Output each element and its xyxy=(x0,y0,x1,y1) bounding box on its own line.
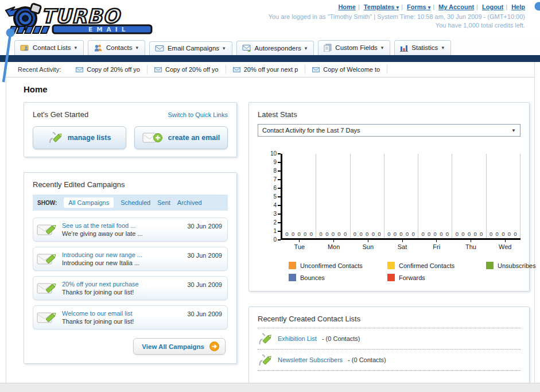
nav-separator: | xyxy=(401,3,403,10)
campaign-row[interactable]: 20% off your next purchaseThanks for joi… xyxy=(33,276,228,300)
legend-item: Confirmed Contacts xyxy=(387,262,486,269)
tab-email-campaigns[interactable]: Email Campaigns▾ xyxy=(149,41,232,55)
chart-value-label: 0 xyxy=(399,231,402,237)
button-label: create an email xyxy=(168,134,220,142)
chart-value-label: 0 xyxy=(297,231,300,237)
x-tick-label: Mon xyxy=(317,240,351,250)
chart-value-label: 0 xyxy=(473,231,476,237)
selected-option-label: Contact Activity for the Last 7 Days xyxy=(262,127,360,134)
campaign-subtitle: Thanks for joining our list! xyxy=(62,317,182,325)
recent-activity-item[interactable]: Copy of 20% off yo xyxy=(69,65,147,74)
chart-value-label: 0 xyxy=(496,231,499,237)
manage-lists-button[interactable]: manage lists xyxy=(33,126,126,149)
nav-help-link[interactable]: Help xyxy=(511,3,525,10)
tab-statistics[interactable]: Statistics▾ xyxy=(394,40,451,55)
chart-value-label: 0 xyxy=(372,231,375,237)
tab-custom-fields[interactable]: Custom Fields▾ xyxy=(318,40,390,55)
view-all-campaigns-button[interactable]: View All Campaigns ➔ xyxy=(133,338,226,355)
y-tick-label: 10 xyxy=(270,150,281,157)
envelope-icon xyxy=(233,67,240,72)
chart-value-label: 0 xyxy=(304,231,306,237)
nav-home-link[interactable]: Home xyxy=(338,3,356,10)
tab-contact-lists[interactable]: Contact Lists▾ xyxy=(14,40,84,55)
y-tick-label: 4 xyxy=(273,202,281,208)
chart-value-label: 0 xyxy=(446,231,449,237)
chart-value-label: 0 xyxy=(353,231,356,237)
contact-list-item[interactable]: Exhibition List - (0 Contacts) xyxy=(258,328,520,350)
chart-day-group: 00000 xyxy=(316,154,350,238)
chevron-down-icon: ▾ xyxy=(223,45,226,51)
create-email-button[interactable]: create an email xyxy=(134,126,228,149)
stats-period-select[interactable]: Contact Activity for the Last 7 Days ▼ xyxy=(258,124,520,137)
campaign-subtitle: We're giving away our late ... xyxy=(62,230,182,238)
recent-activity-item[interactable]: 20% off your next p xyxy=(226,65,306,74)
campaign-title-link[interactable]: Welcome to our email list xyxy=(62,309,182,317)
switch-quick-links-link[interactable]: Switch to Quick Links xyxy=(168,111,228,118)
x-tick-label: Sun xyxy=(351,240,385,250)
chart-day-group: 00000 xyxy=(487,154,520,238)
chart-value-label: 0 xyxy=(325,231,328,237)
legend-item: Bounces xyxy=(289,274,387,281)
contact-list-link[interactable]: Exhibition List xyxy=(278,335,317,342)
campaign-envelope-pencil-icon xyxy=(37,309,57,325)
filter-all-campaigns[interactable]: All Campaigns xyxy=(64,197,114,208)
chart-value-label: 0 xyxy=(490,231,492,237)
campaign-date: 30 Jun 2009 xyxy=(187,280,222,288)
contacts-icon xyxy=(94,44,103,52)
campaign-row[interactable]: Welcome to our email listThanks for join… xyxy=(33,305,228,329)
chart-value-label: 0 xyxy=(387,231,390,237)
latest-stats-title: Latest Stats xyxy=(258,110,520,119)
filter-scheduled[interactable]: Scheduled xyxy=(121,199,150,206)
chevron-down-icon: ▾ xyxy=(135,45,138,51)
campaign-date: 30 Jun 2009 xyxy=(187,309,222,317)
chevron-down-icon: ▾ xyxy=(441,45,444,51)
chart-day-group: 00000 xyxy=(452,154,486,238)
chart-value-label: 0 xyxy=(394,231,397,237)
nav-separator: | xyxy=(358,3,360,10)
chart-value-label: 0 xyxy=(421,231,424,237)
tab-label: Contacts xyxy=(106,44,132,51)
campaign-row[interactable]: Introducing our new range ...Introducing… xyxy=(33,247,228,271)
chart-value-label: 0 xyxy=(502,231,504,237)
y-tick-label: 7 xyxy=(273,176,281,183)
envelope-icon xyxy=(154,67,162,72)
logo-title-text: TURBO xyxy=(41,5,121,28)
campaign-title-link[interactable]: Introducing our new range ... xyxy=(62,251,182,259)
chart-y-axis: 012345678910 xyxy=(266,154,281,240)
nav-separator: | xyxy=(506,3,507,10)
custom-fields-icon xyxy=(324,44,332,52)
chart-value-label: 0 xyxy=(310,231,313,237)
legend-swatch xyxy=(387,262,395,269)
main-navigation: Contact Lists▾ Contacts▾ Email Campaigns… xyxy=(0,38,540,55)
nav-templates-link[interactable]: Templates ▾ xyxy=(364,3,399,10)
filter-archived[interactable]: Archived xyxy=(177,199,202,206)
chart-value-label: 0 xyxy=(508,231,511,237)
filter-sent[interactable]: Sent xyxy=(157,199,170,206)
campaign-subtitle: Introducing our new Italia ... xyxy=(62,259,182,267)
nav-logout-link[interactable]: Logout xyxy=(482,3,503,10)
contact-list-link[interactable]: Newsletter Subscribers xyxy=(278,356,343,363)
tab-autoresponders[interactable]: Autoresponders▾ xyxy=(236,41,314,55)
chevron-down-icon: ▾ xyxy=(381,45,384,51)
recent-contact-lists-title: Recently Created Contact Lists xyxy=(258,315,520,328)
get-started-panel: Let's Get Started Switch to Quick Links … xyxy=(24,102,237,157)
campaign-title-link[interactable]: 20% off your next purchase xyxy=(62,280,182,288)
nav-forms-link[interactable]: Forms ▾ xyxy=(407,3,430,10)
tab-contacts[interactable]: Contacts▾ xyxy=(88,40,145,55)
autoresponders-icon xyxy=(242,44,251,52)
contact-list-item[interactable]: Newsletter Subscribers - (0 Contacts) xyxy=(258,350,520,371)
chevron-down-icon: ▾ xyxy=(397,5,399,10)
person-pencil-icon xyxy=(258,352,273,367)
chart-day-group: 00000 xyxy=(384,154,418,238)
y-tick-label: 3 xyxy=(273,211,281,217)
latest-stats-panel: Latest Stats Contact Activity for the La… xyxy=(248,102,530,292)
chart-legend: Unconfirmed Contacts Confirmed Contacts … xyxy=(289,262,520,281)
legend-item: Unconfirmed Contacts xyxy=(289,262,387,269)
y-tick-label: 2 xyxy=(273,219,281,226)
campaign-title-link[interactable]: See us at the retail food ... xyxy=(62,222,182,230)
nav-my-account-link[interactable]: My Account xyxy=(438,3,474,10)
chart-value-label: 0 xyxy=(406,231,409,237)
recent-activity-item[interactable]: Copy of Welcome to xyxy=(305,65,387,74)
recent-activity-item[interactable]: Copy of 20% off yo xyxy=(147,65,226,74)
campaign-row[interactable]: See us at the retail food ...We're givin… xyxy=(33,218,228,242)
